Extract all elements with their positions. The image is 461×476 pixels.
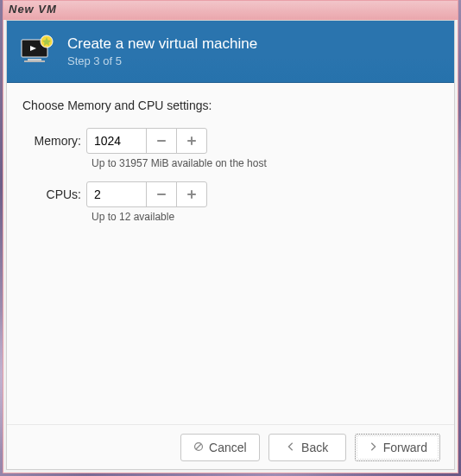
cpus-input[interactable] <box>86 181 147 207</box>
memory-decrement-button[interactable] <box>146 128 177 154</box>
svg-rect-6 <box>157 140 166 142</box>
vm-wizard-window: New VM Create a new virtual machine Step… <box>3 0 458 473</box>
cancel-icon <box>193 441 204 454</box>
cpus-decrement-button[interactable] <box>146 181 177 207</box>
cancel-label: Cancel <box>209 441 247 454</box>
window-title: New VM <box>9 3 57 16</box>
cpus-increment-button[interactable] <box>176 181 207 207</box>
svg-rect-11 <box>191 190 193 199</box>
wizard-body: Create a new virtual machine Step 3 of 5… <box>6 20 455 470</box>
section-title: Choose Memory and CPU settings: <box>22 98 439 112</box>
memory-label: Memory: <box>22 134 86 148</box>
svg-rect-3 <box>24 60 45 62</box>
cpus-stepper <box>147 181 207 207</box>
wizard-header: Create a new virtual machine Step 3 of 5 <box>7 21 454 83</box>
svg-rect-9 <box>157 194 166 195</box>
memory-row: Memory: <box>22 128 439 154</box>
memory-stepper <box>147 128 207 154</box>
wizard-step: Step 3 of 5 <box>67 54 257 67</box>
cpus-label: CPUs: <box>22 187 86 201</box>
memory-hint: Up to 31957 MiB available on the host <box>92 157 439 169</box>
cpus-row: CPUs: <box>22 181 439 207</box>
memory-input[interactable] <box>86 128 147 154</box>
svg-rect-2 <box>28 59 41 60</box>
wizard-footer: Cancel Back Forward <box>7 424 454 469</box>
cancel-button[interactable]: Cancel <box>180 434 260 461</box>
back-label: Back <box>301 441 328 454</box>
forward-button[interactable]: Forward <box>355 434 440 461</box>
chevron-right-icon <box>368 441 378 454</box>
chevron-left-icon <box>286 441 296 454</box>
monitor-new-icon <box>19 35 55 69</box>
svg-rect-8 <box>191 136 193 145</box>
svg-line-13 <box>196 444 201 449</box>
back-button[interactable]: Back <box>268 434 346 461</box>
window-titlebar[interactable]: New VM <box>3 1 458 20</box>
wizard-title: Create a new virtual machine <box>67 35 257 53</box>
cpus-hint: Up to 12 available <box>92 211 439 223</box>
memory-increment-button[interactable] <box>176 128 207 154</box>
wizard-content: Choose Memory and CPU settings: Memory: … <box>7 83 454 424</box>
forward-label: Forward <box>383 441 427 454</box>
